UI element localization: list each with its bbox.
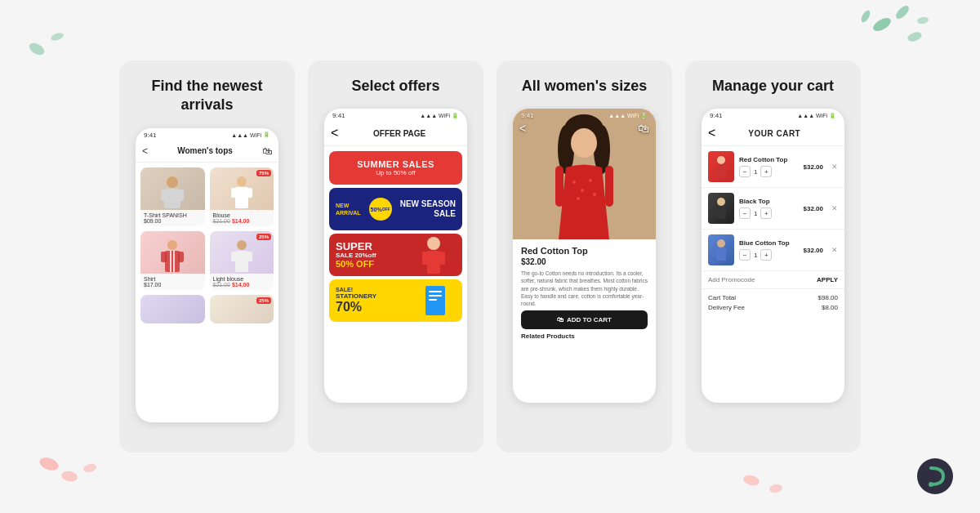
status-icons-2: ▲▲▲ WiFi 🔋	[420, 113, 459, 119]
svg-point-46	[572, 181, 576, 184]
svg-rect-37	[429, 299, 437, 301]
qty-decrease[interactable]: −	[739, 207, 751, 219]
product-detail-price: $32.00	[521, 257, 648, 266]
banner-ns-badge: 50%OFF	[369, 198, 392, 221]
card-cart: Manage your cart 9:41 ▲▲▲ WiFi 🔋 < YOUR …	[685, 60, 861, 453]
add-to-cart-label: ADD TO CART	[567, 316, 612, 323]
svg-rect-32	[422, 252, 429, 265]
phone-header-1: < Women's tops 🛍	[136, 142, 278, 163]
banner-ns-left: NEWARRIVAL	[336, 202, 361, 218]
page-title-1: Women's tops	[177, 146, 233, 155]
offer-banner-new-season[interactable]: NEWARRIVAL 50%OFF NEW SEASONSALE	[329, 188, 462, 230]
add-to-cart-button[interactable]: 🛍 ADD TO CART	[521, 310, 648, 329]
back-arrow-4[interactable]: <	[708, 126, 715, 141]
svg-rect-44	[555, 166, 564, 207]
svg-rect-36	[429, 295, 442, 297]
related-products-title: Related Products	[521, 332, 648, 340]
main-container: Find the newest arrivals 9:41 ▲▲▲ WiFi 🔋…	[0, 0, 980, 513]
product-detail-image: < 🛍	[513, 109, 656, 239]
svg-rect-18	[231, 188, 237, 198]
product-price: $09.00	[144, 218, 202, 224]
cart-total-row: Cart Total $98.00	[708, 294, 838, 301]
cart-icon-1[interactable]: 🛍	[262, 145, 272, 157]
qty-increase[interactable]: +	[760, 249, 772, 261]
card-offers: Select offers 9:41 ▲▲▲ WiFi 🔋 < OFFER PA…	[308, 60, 483, 453]
product-item[interactable]: T-Shirt SPANISH $09.00	[140, 167, 205, 226]
qty-decrease[interactable]: −	[739, 249, 751, 261]
offer-banner-super[interactable]: SUPER SALE 20%off 50% OFF	[329, 234, 462, 276]
qty-increase[interactable]: +	[760, 166, 772, 177]
product-badge: 25%	[256, 297, 271, 304]
product-item[interactable]: 75% Blouse $21.00$14.00	[210, 167, 274, 226]
cart-item-remove[interactable]: ✕	[831, 204, 838, 212]
svg-point-51	[717, 156, 725, 164]
svg-rect-14	[161, 190, 167, 201]
cart-item-remove[interactable]: ✕	[831, 246, 838, 254]
svg-rect-25	[178, 252, 184, 262]
banner-summer-sub: Up to 50% off	[339, 169, 452, 176]
product-detail-desc: The go-to Cotton needs no introduction. …	[521, 270, 648, 306]
svg-rect-19	[247, 188, 252, 198]
cart-item-details: Black Top − 1 +	[739, 198, 799, 219]
banner-ns-right: NEW SEASONSALE	[400, 199, 456, 219]
cart-item: Black Top − 1 + $32.00 ✕	[702, 188, 844, 230]
svg-rect-31	[427, 251, 440, 274]
cart-item-remove[interactable]: ✕	[831, 163, 838, 171]
offer-page-title: OFFER PAGE	[373, 129, 425, 138]
product-item[interactable]	[140, 295, 205, 323]
cart-total-label: Cart Total	[708, 294, 736, 301]
product-badge: 75%	[256, 170, 271, 176]
delivery-fee-value: $8.00	[822, 304, 838, 311]
back-arrow-2[interactable]: <	[331, 126, 338, 141]
product-grid: T-Shirt SPANISH $09.00 75% Blouse $21.00…	[136, 163, 278, 295]
cart-item-image	[708, 234, 734, 265]
svg-rect-21	[165, 251, 180, 272]
svg-point-57	[917, 458, 953, 494]
cart-item-name: Red Cotton Top	[739, 156, 799, 163]
product-info: T-Shirt SPANISH $09.00	[140, 210, 205, 226]
product-info: Light blouse $21.00$14.00	[210, 274, 274, 290]
promo-input[interactable]	[708, 276, 813, 283]
svg-point-12	[167, 176, 178, 188]
cart-total-value: $98.00	[818, 294, 838, 301]
cart-item-price: $32.00	[804, 247, 823, 254]
qty-decrease[interactable]: −	[739, 166, 751, 177]
status-icons-1: ▲▲▲ WiFi 🔋	[231, 132, 270, 138]
banner-stat-content: SALE! STATIONERY 70%	[336, 287, 415, 314]
svg-rect-28	[231, 252, 237, 261]
cart-item-name: Black Top	[739, 198, 799, 205]
size-cart-icon[interactable]: 🛍	[638, 122, 649, 135]
product-item[interactable]: Shirt $17.00	[140, 231, 205, 290]
offer-banner-stationery[interactable]: SALE! STATIONERY 70%	[329, 279, 462, 322]
cart-item-price: $32.00	[804, 205, 823, 212]
offer-banner-summer[interactable]: SUMMER SALES Up to 50% off	[329, 151, 462, 185]
status-time-3: 9:41	[521, 112, 534, 119]
svg-point-53	[717, 198, 725, 206]
cart-spacer: <	[833, 129, 838, 138]
product-item[interactable]: 25% Light blouse $21.00$14.00	[210, 231, 274, 290]
product-price: $17.00	[144, 282, 202, 288]
svg-rect-54	[716, 206, 726, 219]
cart-item-qty: − 1 +	[739, 207, 799, 219]
product-item[interactable]: 25%	[210, 295, 274, 323]
svg-rect-29	[247, 252, 252, 261]
product-name: Blouse	[213, 212, 271, 218]
banner-super-content: SUPER SALE 20%off 50% OFF	[336, 241, 376, 269]
cart-item-price: $32.00	[804, 163, 823, 171]
card-cart-title: Manage your cart	[712, 77, 834, 96]
svg-point-55	[717, 239, 725, 248]
back-arrow-3[interactable]: <	[519, 122, 526, 135]
qty-increase[interactable]: +	[760, 207, 772, 219]
cart-item-name: Blue Cotton Top	[739, 239, 799, 247]
product-detail-name: Red Cotton Top	[521, 246, 588, 256]
svg-rect-27	[235, 251, 248, 272]
promo-apply-button[interactable]: APPLY	[817, 276, 838, 283]
status-time-4: 9:41	[710, 112, 723, 119]
card-sizes: All women's sizes 9:41 ▲▲▲ WiFi 🔋	[497, 60, 672, 453]
svg-rect-56	[716, 248, 726, 261]
promo-row: APPLY	[702, 271, 844, 289]
svg-rect-52	[716, 164, 726, 177]
product-price: $21.00$14.00	[213, 218, 271, 224]
back-arrow-1[interactable]: <	[142, 145, 148, 157]
svg-rect-15	[177, 190, 184, 201]
